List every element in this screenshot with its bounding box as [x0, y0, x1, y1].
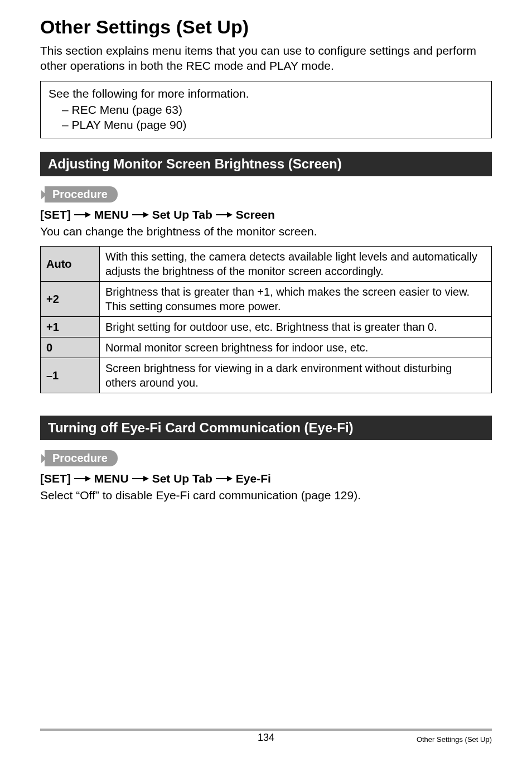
arrow-right-icon — [74, 475, 91, 483]
table-row: –1 Screen brightness for viewing in a da… — [41, 358, 492, 393]
svg-marker-1 — [85, 212, 91, 218]
table-row: 0 Normal monitor screen brightness for i… — [41, 337, 492, 358]
arrow-right-icon — [216, 211, 233, 219]
path-step: Screen — [236, 208, 275, 221]
path-step: Set Up Tab — [152, 208, 212, 221]
svg-marker-9 — [143, 476, 149, 481]
section-heading-eyefi: Turning off Eye-Fi Card Communication (E… — [40, 416, 492, 440]
path-step: [SET] — [40, 472, 71, 485]
table-key: Auto — [41, 247, 100, 282]
table-row: +1 Bright setting for outdoor use, etc. … — [41, 317, 492, 337]
brightness-table: Auto With this setting, the camera detec… — [40, 246, 492, 393]
info-box-item: – REC Menu (page 63) — [49, 102, 483, 117]
section-desc: Select “Off” to disable Eye-Fi card comm… — [40, 489, 492, 502]
path-step: MENU — [94, 208, 129, 221]
page-footer: 134 Other Settings (Set Up) — [0, 729, 532, 744]
arrow-right-icon — [132, 475, 149, 483]
info-box: See the following for more information. … — [40, 81, 492, 138]
nav-path-screen: [SET] MENU Set Up Tab Screen — [40, 208, 492, 221]
table-row: +2 Brightness that is greater than +1, w… — [41, 282, 492, 317]
path-step: Set Up Tab — [152, 472, 212, 485]
svg-marker-11 — [227, 476, 233, 481]
table-key: +2 — [41, 282, 100, 317]
page-title: Other Settings (Set Up) — [40, 16, 492, 38]
svg-marker-3 — [143, 212, 149, 218]
intro-text: This section explains menu items that yo… — [40, 43, 492, 74]
table-val: Bright setting for outdoor use, etc. Bri… — [100, 317, 492, 337]
section-heading-screen: Adjusting Monitor Screen Brightness (Scr… — [40, 152, 492, 176]
table-val: Normal monitor screen brightness for ind… — [100, 337, 492, 358]
table-row: Auto With this setting, the camera detec… — [41, 247, 492, 282]
table-val: Screen brightness for viewing in a dark … — [100, 358, 492, 393]
arrow-right-icon — [216, 475, 233, 483]
nav-path-eyefi: [SET] MENU Set Up Tab Eye-Fi — [40, 472, 492, 485]
table-key: –1 — [41, 358, 100, 393]
footer-section-name: Other Settings (Set Up) — [417, 735, 492, 744]
path-step: Eye-Fi — [236, 472, 271, 485]
arrow-right-icon — [74, 211, 91, 219]
procedure-pill: Procedure — [45, 450, 118, 466]
procedure-label-row: Procedure — [40, 450, 492, 466]
table-val: Brightness that is greater than +1, whic… — [100, 282, 492, 317]
path-step: [SET] — [40, 208, 71, 221]
table-val: With this setting, the camera detects av… — [100, 247, 492, 282]
table-key: +1 — [41, 317, 100, 337]
path-step: MENU — [94, 472, 129, 485]
procedure-pill: Procedure — [45, 186, 118, 202]
svg-marker-7 — [85, 476, 91, 481]
footer-divider — [40, 729, 492, 731]
info-box-item: – PLAY Menu (page 90) — [49, 117, 483, 132]
table-key: 0 — [41, 337, 100, 358]
arrow-right-icon — [132, 211, 149, 219]
section-desc: You can change the brightness of the mon… — [40, 225, 492, 238]
info-box-heading: See the following for more information. — [49, 86, 483, 102]
svg-marker-5 — [227, 212, 233, 218]
procedure-label-row: Procedure — [40, 186, 492, 202]
